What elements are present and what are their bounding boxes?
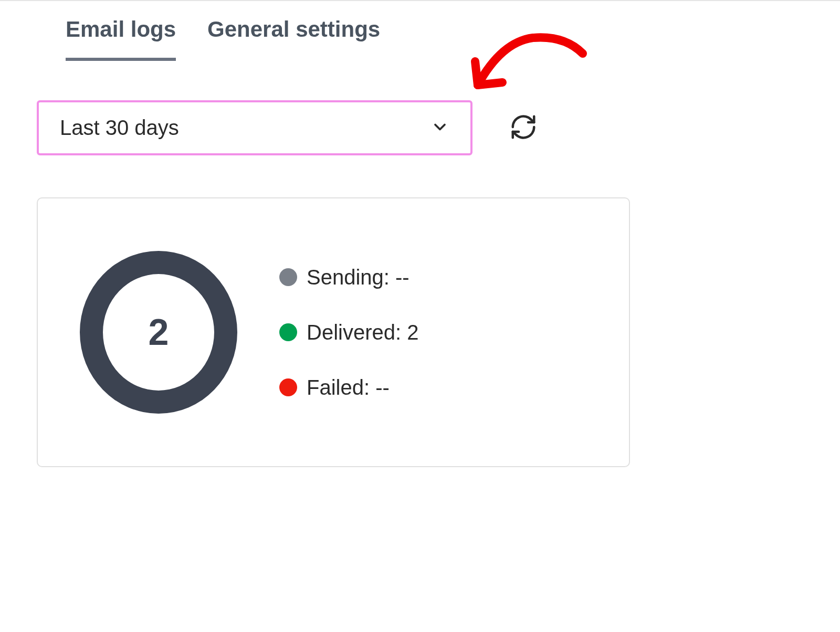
- legend-dot-failed-icon: [279, 378, 297, 396]
- tab-general-settings[interactable]: General settings: [207, 17, 380, 61]
- legend-dot-sending-icon: [279, 268, 297, 286]
- date-range-dropdown[interactable]: Last 30 days: [37, 100, 472, 155]
- legend-item-delivered: Delivered: 2: [279, 321, 418, 344]
- legend-label-delivered: Delivered: 2: [307, 321, 418, 344]
- legend-item-failed: Failed: --: [279, 376, 418, 399]
- legend-item-sending: Sending: --: [279, 266, 418, 289]
- legend: Sending: -- Delivered: 2 Failed: --: [279, 266, 418, 399]
- dropdown-selected-label: Last 30 days: [60, 116, 179, 140]
- legend-label-failed: Failed: --: [307, 376, 390, 399]
- tabs-bar: Email logs General settings: [37, 1, 803, 61]
- legend-label-sending: Sending: --: [307, 266, 410, 289]
- donut-total: 2: [149, 311, 169, 353]
- chevron-down-icon: [430, 118, 449, 139]
- refresh-button[interactable]: [494, 113, 538, 143]
- controls-row: Last 30 days: [37, 100, 803, 155]
- legend-dot-delivered-icon: [279, 323, 297, 341]
- tab-email-logs[interactable]: Email logs: [66, 17, 176, 61]
- stats-card: 2 Sending: -- Delivered: 2 Failed: --: [37, 197, 630, 467]
- donut-chart: 2: [80, 251, 237, 414]
